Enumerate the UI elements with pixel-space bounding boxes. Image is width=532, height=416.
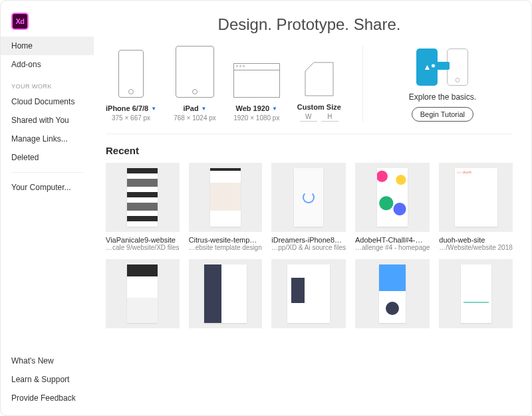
recent-thumbnail [189, 163, 263, 232]
sidebar: Xd Home Add-ons YOUR WORK Cloud Document… [1, 1, 94, 415]
recent-thumbnail [355, 259, 430, 328]
nav-section-your-work: YOUR WORK [1, 74, 94, 92]
recent-item[interactable]: duoh-web-site …/Website/website 2018 [439, 163, 513, 251]
preset-label: iPhone 6/7/8 [106, 104, 148, 112]
nav-shared-with-you[interactable]: Shared with You [1, 111, 94, 130]
recent-item[interactable] [189, 259, 263, 328]
recent-path: …pp/XD & Ai source files [271, 244, 346, 251]
chevron-down-icon[interactable]: ▼ [151, 106, 156, 112]
tutorial-phone-white-icon [447, 49, 468, 86]
app-window: Xd Home Add-ons YOUR WORK Cloud Document… [0, 0, 532, 416]
custom-size-icon [305, 62, 334, 96]
preset-label: iPad [183, 104, 198, 112]
recent-item[interactable] [106, 259, 180, 328]
recent-item[interactable] [355, 259, 430, 328]
recent-thumbnail [271, 163, 346, 232]
preset-web[interactable]: Web 1920 ▼ 1920 × 1080 px [233, 63, 280, 122]
nav-whats-new[interactable]: What's New [1, 352, 94, 370]
recent-item[interactable]: Citrus-wesite-temp… …ebsite template des… [189, 163, 263, 251]
recent-item[interactable] [439, 259, 513, 328]
nav-manage-links[interactable]: Manage Links... [1, 130, 94, 148]
preset-custom[interactable]: Custom Size W H [297, 62, 341, 122]
nav-your-computer[interactable]: Your Computer... [1, 178, 94, 197]
custom-height-input[interactable]: H [321, 113, 338, 122]
presets-row: iPhone 6/7/8 ▼ 375 × 667 px iPad ▼ 768 ×… [106, 46, 513, 134]
preset-dims: 375 × 667 px [112, 114, 150, 122]
phone-icon [118, 50, 144, 98]
recent-item[interactable]: ViaPanicale9-website …cale 9/website/XD … [106, 163, 180, 251]
recent-path: …ebsite template design [189, 244, 263, 251]
recent-name: duoh-web-site [439, 236, 513, 244]
recent-thumbnail [106, 163, 180, 232]
nav-learn-support[interactable]: Learn & Support [1, 370, 94, 389]
preset-label: Web 1920 [236, 104, 270, 112]
preset-dims: 768 × 1024 px [174, 114, 216, 122]
tablet-icon [176, 46, 214, 98]
recent-path: …/Website/website 2018 [439, 244, 513, 251]
recent-thumbnail [271, 259, 346, 328]
nav-cloud-documents[interactable]: Cloud Documents [1, 92, 94, 111]
chevron-down-icon[interactable]: ▼ [201, 106, 207, 112]
chevron-down-icon[interactable]: ▼ [272, 106, 277, 112]
recent-item[interactable]: AdobeHT-Chall#4-… …allenge #4 - homepage [355, 163, 430, 251]
recent-thumbnail [439, 163, 513, 232]
recent-heading: Recent [106, 145, 513, 156]
recent-path: …cale 9/website/XD files [106, 244, 180, 251]
artboard-presets: iPhone 6/7/8 ▼ 375 × 667 px iPad ▼ 768 ×… [106, 46, 353, 122]
recent-thumbnail [189, 259, 263, 328]
preset-label: Custom Size [297, 103, 341, 111]
custom-width-input[interactable]: W [300, 113, 317, 122]
browser-icon [233, 63, 280, 98]
tutorial-title: Explore the basics. [409, 92, 476, 102]
recent-name: AdobeHT-Chall#4-… [355, 236, 430, 244]
tutorial-link-icon [435, 62, 450, 70]
preset-iphone[interactable]: iPhone 6/7/8 ▼ 375 × 667 px [106, 50, 156, 122]
recent-grid: ViaPanicale9-website …cale 9/website/XD … [106, 163, 513, 328]
app-logo: Xd [11, 13, 29, 30]
nav-addons[interactable]: Add-ons [1, 55, 94, 74]
recent-path: …allenge #4 - homepage [355, 244, 430, 251]
recent-thumbnail [439, 259, 513, 328]
nav-provide-feedback[interactable]: Provide Feedback [1, 389, 94, 407]
nav-home[interactable]: Home [1, 37, 94, 55]
begin-tutorial-button[interactable]: Begin Tutorial [412, 107, 473, 122]
recent-item[interactable] [271, 259, 346, 328]
recent-item[interactable]: iDreamers-iPhone8… …pp/XD & Ai source fi… [271, 163, 346, 251]
tutorial-graphic [416, 49, 468, 86]
recent-thumbnail [355, 163, 430, 232]
recent-thumbnail [106, 259, 180, 328]
main-content: Design. Prototype. Share. iPhone 6/7/8 ▼… [94, 1, 531, 415]
headline: Design. Prototype. Share. [106, 15, 513, 34]
recent-name: Citrus-wesite-temp… [189, 236, 263, 244]
preset-dims: 1920 × 1080 px [233, 114, 279, 122]
recent-name: ViaPanicale9-website [106, 236, 180, 244]
preset-ipad[interactable]: iPad ▼ 768 × 1024 px [174, 46, 216, 122]
nav-deleted[interactable]: Deleted [1, 148, 94, 167]
vertical-separator [362, 46, 363, 122]
nav-divider [11, 172, 83, 173]
tutorial-panel: Explore the basics. Begin Tutorial [372, 46, 513, 122]
recent-name: iDreamers-iPhone8… [271, 236, 346, 244]
